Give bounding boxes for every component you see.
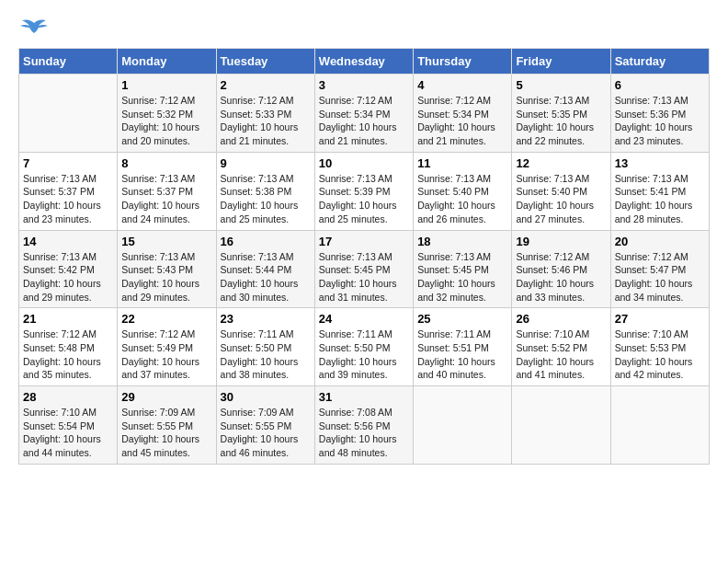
- day-number: 3: [319, 78, 409, 92]
- day-number: 22: [121, 312, 211, 326]
- day-number: 12: [516, 156, 606, 170]
- calendar-cell: 5Sunrise: 7:13 AM Sunset: 5:35 PM Daylig…: [512, 75, 610, 153]
- day-number: 16: [221, 235, 311, 248]
- calendar-cell: [19, 75, 118, 153]
- day-info: Sunrise: 7:12 AM Sunset: 5:34 PM Dayligh…: [319, 94, 409, 148]
- day-info: Sunrise: 7:13 AM Sunset: 5:36 PM Dayligh…: [615, 94, 705, 148]
- day-info: Sunrise: 7:10 AM Sunset: 5:52 PM Dayligh…: [516, 327, 606, 382]
- day-info: Sunrise: 7:13 AM Sunset: 5:43 PM Dayligh…: [121, 250, 211, 304]
- day-info: Sunrise: 7:13 AM Sunset: 5:40 PM Dayligh…: [516, 172, 606, 226]
- day-number: 21: [23, 312, 113, 326]
- day-number: 31: [319, 390, 409, 404]
- day-number: 19: [516, 235, 606, 248]
- day-number: 9: [221, 156, 311, 170]
- day-info: Sunrise: 7:12 AM Sunset: 5:46 PM Dayligh…: [516, 250, 606, 304]
- day-number: 14: [23, 235, 113, 248]
- day-info: Sunrise: 7:13 AM Sunset: 5:45 PM Dayligh…: [319, 250, 409, 304]
- day-info: Sunrise: 7:12 AM Sunset: 5:48 PM Dayligh…: [23, 327, 113, 382]
- calendar-cell: 12Sunrise: 7:13 AM Sunset: 5:40 PM Dayli…: [512, 152, 610, 230]
- day-number: 25: [417, 312, 507, 326]
- calendar-cell: 30Sunrise: 7:09 AM Sunset: 5:55 PM Dayli…: [216, 386, 314, 465]
- weekday-header-wednesday: Wednesday: [314, 49, 413, 75]
- day-number: 1: [121, 78, 211, 92]
- day-info: Sunrise: 7:10 AM Sunset: 5:53 PM Dayligh…: [615, 327, 705, 382]
- day-info: Sunrise: 7:13 AM Sunset: 5:38 PM Dayligh…: [221, 172, 311, 226]
- calendar-cell: 26Sunrise: 7:10 AM Sunset: 5:52 PM Dayli…: [512, 308, 610, 386]
- weekday-header-saturday: Saturday: [610, 49, 709, 75]
- day-info: Sunrise: 7:13 AM Sunset: 5:45 PM Dayligh…: [417, 250, 507, 304]
- day-number: 20: [615, 235, 705, 248]
- calendar-week-row: 28Sunrise: 7:10 AM Sunset: 5:54 PM Dayli…: [19, 386, 710, 465]
- day-info: Sunrise: 7:13 AM Sunset: 5:35 PM Dayligh…: [516, 94, 606, 148]
- day-number: 7: [23, 156, 113, 170]
- day-number: 6: [615, 78, 705, 92]
- calendar-cell: 11Sunrise: 7:13 AM Sunset: 5:40 PM Dayli…: [414, 152, 512, 230]
- day-number: 4: [417, 78, 507, 92]
- day-info: Sunrise: 7:11 AM Sunset: 5:50 PM Dayligh…: [319, 327, 409, 382]
- calendar-week-row: 1Sunrise: 7:12 AM Sunset: 5:32 PM Daylig…: [19, 75, 710, 153]
- calendar-cell: 21Sunrise: 7:12 AM Sunset: 5:48 PM Dayli…: [19, 308, 118, 386]
- day-number: 13: [615, 156, 705, 170]
- day-number: 29: [121, 390, 211, 404]
- calendar-cell: 15Sunrise: 7:13 AM Sunset: 5:43 PM Dayli…: [118, 230, 216, 308]
- day-number: 5: [516, 78, 606, 92]
- calendar-cell: 6Sunrise: 7:13 AM Sunset: 5:36 PM Daylig…: [610, 75, 709, 153]
- calendar-cell: 19Sunrise: 7:12 AM Sunset: 5:46 PM Dayli…: [512, 230, 610, 308]
- calendar-cell: 1Sunrise: 7:12 AM Sunset: 5:32 PM Daylig…: [118, 75, 216, 153]
- day-info: Sunrise: 7:11 AM Sunset: 5:51 PM Dayligh…: [417, 327, 507, 382]
- calendar-cell: 29Sunrise: 7:09 AM Sunset: 5:55 PM Dayli…: [118, 386, 216, 465]
- day-number: 8: [121, 156, 211, 170]
- weekday-header-monday: Monday: [118, 49, 216, 75]
- calendar-cell: 18Sunrise: 7:13 AM Sunset: 5:45 PM Dayli…: [414, 230, 512, 308]
- day-info: Sunrise: 7:12 AM Sunset: 5:32 PM Dayligh…: [121, 94, 211, 148]
- day-info: Sunrise: 7:09 AM Sunset: 5:55 PM Dayligh…: [121, 406, 211, 460]
- day-number: 26: [516, 312, 606, 326]
- weekday-header-friday: Friday: [512, 49, 610, 75]
- day-info: Sunrise: 7:13 AM Sunset: 5:44 PM Dayligh…: [221, 250, 311, 304]
- day-number: 24: [319, 312, 409, 326]
- day-info: Sunrise: 7:13 AM Sunset: 5:39 PM Dayligh…: [319, 172, 409, 226]
- day-info: Sunrise: 7:08 AM Sunset: 5:56 PM Dayligh…: [319, 406, 409, 460]
- day-info: Sunrise: 7:12 AM Sunset: 5:34 PM Dayligh…: [417, 94, 507, 148]
- calendar-cell: 20Sunrise: 7:12 AM Sunset: 5:47 PM Dayli…: [610, 230, 709, 308]
- calendar-cell: 10Sunrise: 7:13 AM Sunset: 5:39 PM Dayli…: [314, 152, 413, 230]
- calendar-week-row: 14Sunrise: 7:13 AM Sunset: 5:42 PM Dayli…: [19, 230, 710, 308]
- day-info: Sunrise: 7:13 AM Sunset: 5:41 PM Dayligh…: [615, 172, 705, 226]
- calendar-cell: 17Sunrise: 7:13 AM Sunset: 5:45 PM Dayli…: [314, 230, 413, 308]
- weekday-header-sunday: Sunday: [19, 49, 118, 75]
- calendar-cell: 25Sunrise: 7:11 AM Sunset: 5:51 PM Dayli…: [414, 308, 512, 386]
- day-info: Sunrise: 7:12 AM Sunset: 5:49 PM Dayligh…: [121, 327, 211, 382]
- day-number: 17: [319, 235, 409, 248]
- weekday-header-tuesday: Tuesday: [216, 49, 314, 75]
- day-info: Sunrise: 7:10 AM Sunset: 5:54 PM Dayligh…: [23, 406, 113, 460]
- calendar-cell: 7Sunrise: 7:13 AM Sunset: 5:37 PM Daylig…: [19, 152, 118, 230]
- calendar-cell: 16Sunrise: 7:13 AM Sunset: 5:44 PM Dayli…: [216, 230, 314, 308]
- day-number: 28: [23, 390, 113, 404]
- logo: [18, 18, 48, 39]
- calendar-week-row: 7Sunrise: 7:13 AM Sunset: 5:37 PM Daylig…: [19, 152, 710, 230]
- calendar-cell: [512, 386, 610, 465]
- day-number: 18: [417, 235, 507, 248]
- calendar-cell: 14Sunrise: 7:13 AM Sunset: 5:42 PM Dayli…: [19, 230, 118, 308]
- day-info: Sunrise: 7:11 AM Sunset: 5:50 PM Dayligh…: [221, 327, 311, 382]
- day-number: 15: [121, 235, 211, 248]
- calendar-cell: 24Sunrise: 7:11 AM Sunset: 5:50 PM Dayli…: [314, 308, 413, 386]
- day-info: Sunrise: 7:12 AM Sunset: 5:47 PM Dayligh…: [615, 250, 705, 304]
- calendar-cell: 13Sunrise: 7:13 AM Sunset: 5:41 PM Dayli…: [610, 152, 709, 230]
- weekday-header-thursday: Thursday: [414, 49, 512, 75]
- day-info: Sunrise: 7:13 AM Sunset: 5:42 PM Dayligh…: [23, 250, 113, 304]
- calendar-cell: [414, 386, 512, 465]
- calendar-cell: 4Sunrise: 7:12 AM Sunset: 5:34 PM Daylig…: [414, 75, 512, 153]
- calendar-cell: 8Sunrise: 7:13 AM Sunset: 5:37 PM Daylig…: [118, 152, 216, 230]
- day-info: Sunrise: 7:13 AM Sunset: 5:37 PM Dayligh…: [121, 172, 211, 226]
- day-number: 30: [221, 390, 311, 404]
- page-header: [18, 18, 710, 39]
- day-number: 23: [221, 312, 311, 326]
- calendar-cell: 3Sunrise: 7:12 AM Sunset: 5:34 PM Daylig…: [314, 75, 413, 153]
- day-info: Sunrise: 7:13 AM Sunset: 5:37 PM Dayligh…: [23, 172, 113, 226]
- day-number: 11: [417, 156, 507, 170]
- logo-bird-icon: [20, 18, 48, 39]
- calendar-table: SundayMondayTuesdayWednesdayThursdayFrid…: [18, 48, 710, 465]
- calendar-cell: 23Sunrise: 7:11 AM Sunset: 5:50 PM Dayli…: [216, 308, 314, 386]
- day-number: 2: [221, 78, 311, 92]
